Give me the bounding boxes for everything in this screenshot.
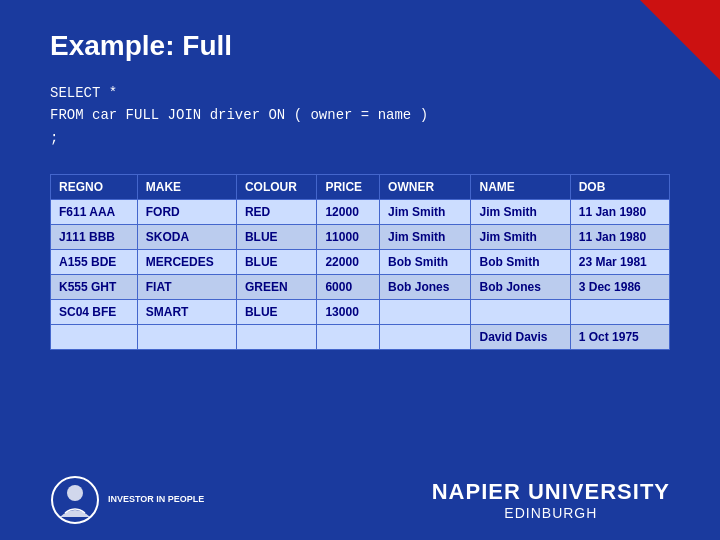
table-cell: 11 Jan 1980 xyxy=(570,225,669,250)
table-container: REGNO MAKE COLOUR PRICE OWNER NAME DOB F… xyxy=(50,174,670,350)
table-cell: 23 Mar 1981 xyxy=(570,250,669,275)
table-cell xyxy=(380,325,471,350)
table-cell: BLUE xyxy=(236,225,317,250)
table-cell xyxy=(236,325,317,350)
table-cell: BLUE xyxy=(236,300,317,325)
table-cell: 6000 xyxy=(317,275,380,300)
table-cell xyxy=(570,300,669,325)
code-line-1: SELECT * xyxy=(50,82,670,104)
table-cell: 1 Oct 1975 xyxy=(570,325,669,350)
table-row: K555 GHTFIATGREEN6000Bob JonesBob Jones3… xyxy=(51,275,670,300)
table-cell: 13000 xyxy=(317,300,380,325)
table-cell xyxy=(380,300,471,325)
col-header-price: PRICE xyxy=(317,175,380,200)
results-table: REGNO MAKE COLOUR PRICE OWNER NAME DOB F… xyxy=(50,174,670,350)
footer: INVESTOR IN PEOPLE NAPIER UNIVERSITY EDI… xyxy=(0,475,720,525)
table-cell: 11000 xyxy=(317,225,380,250)
table-cell: David Davis xyxy=(471,325,570,350)
table-cell: GREEN xyxy=(236,275,317,300)
table-cell: 22000 xyxy=(317,250,380,275)
code-block: SELECT * FROM car FULL JOIN driver ON ( … xyxy=(50,82,670,149)
corner-decoration xyxy=(640,0,720,80)
code-line-3: ; xyxy=(50,127,670,149)
col-header-regno: REGNO xyxy=(51,175,138,200)
table-cell: FORD xyxy=(137,200,236,225)
col-header-colour: COLOUR xyxy=(236,175,317,200)
table-cell: Jim Smith xyxy=(471,200,570,225)
table-cell: FIAT xyxy=(137,275,236,300)
table-row: David Davis1 Oct 1975 xyxy=(51,325,670,350)
table-cell: Bob Jones xyxy=(380,275,471,300)
table-cell: 3 Dec 1986 xyxy=(570,275,669,300)
table-cell: Bob Smith xyxy=(380,250,471,275)
table-cell: Bob Smith xyxy=(471,250,570,275)
table-cell: BLUE xyxy=(236,250,317,275)
table-cell: MERCEDES xyxy=(137,250,236,275)
table-cell xyxy=(317,325,380,350)
table-cell: J111 BBB xyxy=(51,225,138,250)
table-row: J111 BBBSKODABLUE11000Jim SmithJim Smith… xyxy=(51,225,670,250)
table-cell: Jim Smith xyxy=(471,225,570,250)
table-cell xyxy=(137,325,236,350)
table-cell: A155 BDE xyxy=(51,250,138,275)
main-content: Example: Full SELECT * FROM car FULL JOI… xyxy=(0,0,720,370)
investor-label: INVESTOR IN PEOPLE xyxy=(108,494,204,506)
table-row: A155 BDEMERCEDESBLUE22000Bob SmithBob Sm… xyxy=(51,250,670,275)
col-header-owner: OWNER xyxy=(380,175,471,200)
university-name: NAPIER UNIVERSITY xyxy=(432,479,670,505)
table-cell: Jim Smith xyxy=(380,200,471,225)
table-cell: SMART xyxy=(137,300,236,325)
table-cell: SC04 BFE xyxy=(51,300,138,325)
investor-logo-icon xyxy=(50,475,100,525)
table-row: F611 AAAFORDRED12000Jim SmithJim Smith11… xyxy=(51,200,670,225)
table-cell xyxy=(471,300,570,325)
table-cell: K555 GHT xyxy=(51,275,138,300)
col-header-name: NAME xyxy=(471,175,570,200)
university-location: EDINBURGH xyxy=(432,505,670,521)
page-title: Example: Full xyxy=(50,30,670,62)
svg-point-1 xyxy=(67,485,83,501)
table-cell xyxy=(51,325,138,350)
table-cell: 11 Jan 1980 xyxy=(570,200,669,225)
table-cell: 12000 xyxy=(317,200,380,225)
col-header-dob: DOB xyxy=(570,175,669,200)
table-cell: Bob Jones xyxy=(471,275,570,300)
table-cell: SKODA xyxy=(137,225,236,250)
table-cell: F611 AAA xyxy=(51,200,138,225)
table-row: SC04 BFESMARTBLUE13000 xyxy=(51,300,670,325)
col-header-make: MAKE xyxy=(137,175,236,200)
investor-badge: INVESTOR IN PEOPLE xyxy=(50,475,204,525)
table-cell: Jim Smith xyxy=(380,225,471,250)
napier-branding: NAPIER UNIVERSITY EDINBURGH xyxy=(432,479,670,521)
code-line-2: FROM car FULL JOIN driver ON ( owner = n… xyxy=(50,104,670,126)
table-cell: RED xyxy=(236,200,317,225)
